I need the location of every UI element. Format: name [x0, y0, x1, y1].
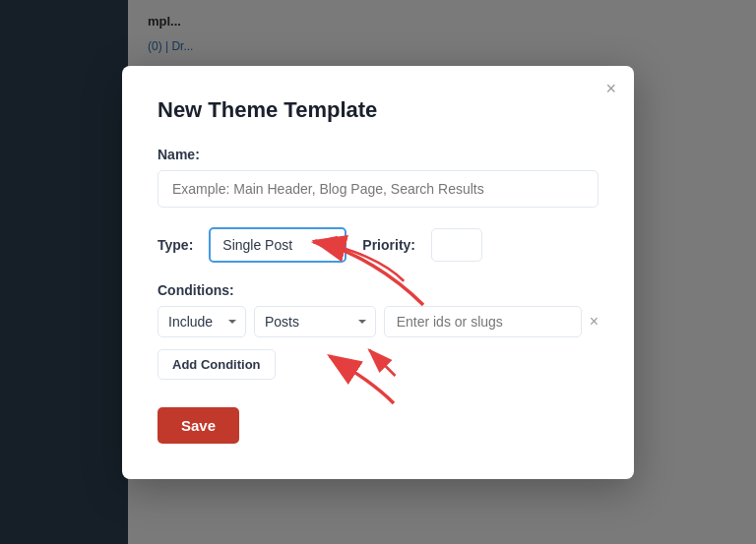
condition-row: Include Exclude Posts Pages Custom Post …: [158, 306, 598, 337]
modal-title: New Theme Template: [158, 97, 598, 123]
type-select[interactable]: Single Post Archive Search 404 Single Pa…: [209, 227, 346, 263]
conditions-label: Conditions:: [158, 282, 598, 298]
priority-input[interactable]: [431, 228, 482, 262]
name-input[interactable]: [158, 170, 598, 208]
remove-condition-button[interactable]: ×: [590, 314, 598, 330]
add-condition-button[interactable]: Add Condition: [158, 349, 276, 380]
name-field-group: Name:: [158, 147, 598, 208]
name-label: Name:: [158, 147, 598, 162]
modal: × New Theme Template Name: Type: Single …: [122, 66, 634, 479]
conditions-section: Conditions: Include Exclude Posts Pages …: [158, 282, 598, 380]
type-label: Type:: [158, 237, 193, 253]
close-button[interactable]: ×: [605, 80, 616, 97]
posts-select[interactable]: Posts Pages Custom Post Type: [254, 306, 376, 337]
priority-label: Priority:: [362, 237, 415, 253]
save-button[interactable]: Save: [158, 407, 239, 444]
include-select[interactable]: Include Exclude: [158, 306, 246, 337]
type-priority-row: Type: Single Post Archive Search 404 Sin…: [158, 227, 598, 263]
ids-slugs-input[interactable]: [384, 306, 582, 337]
